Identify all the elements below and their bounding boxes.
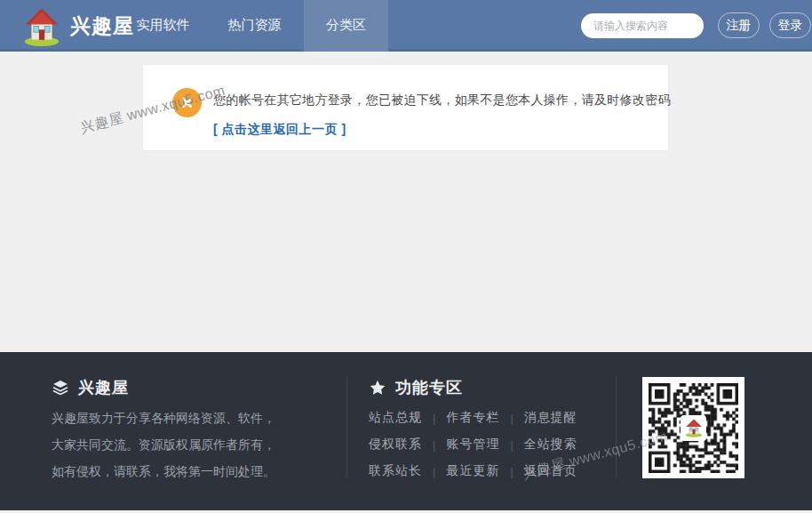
nav-item-software[interactable]: 实用软件: [121, 0, 205, 52]
page: 兴趣屋 实用软件 热门资源 分类区 注册 登录 您的帐号在其它地: [0, 0, 812, 513]
footer-features-heading: 功能专区: [369, 377, 577, 398]
footer-link-site-search[interactable]: 全站搜索: [524, 437, 577, 453]
qr-code: [642, 377, 744, 478]
footer-about-section: 兴趣屋 兴趣屋致力于分享各种网络资源、软件， 大家共同交流。资源版权属原作者所有…: [52, 377, 318, 485]
nav-item-categories[interactable]: 分类区: [304, 0, 388, 52]
separator: |: [510, 465, 513, 478]
footer-link-account-management[interactable]: 账号管理: [446, 437, 499, 453]
footer-about-line: 兴趣屋致力于分享各种网络资源、软件，: [52, 405, 318, 431]
register-button[interactable]: 注册: [718, 12, 760, 38]
back-link[interactable]: [ 点击这里返回上一页 ]: [213, 122, 346, 138]
header: 兴趣屋 实用软件 热门资源 分类区 注册 登录: [0, 0, 812, 52]
error-x-icon: [172, 88, 202, 117]
separator: |: [510, 438, 513, 452]
footer-about-title: 兴趣屋: [78, 377, 129, 398]
footer-link-author-column[interactable]: 作者专栏: [446, 410, 499, 426]
search-box: [581, 13, 704, 38]
separator: |: [510, 412, 513, 425]
footer-link-infringement-contact[interactable]: 侵权联系: [369, 437, 422, 453]
brand[interactable]: 兴趣屋: [21, 4, 134, 47]
footer-features-title: 功能专区: [395, 377, 463, 398]
nav-item-hot-resources[interactable]: 热门资源: [212, 0, 297, 52]
footer-link-contact-webmaster[interactable]: 联系站长: [369, 463, 422, 479]
site-logo-house-icon: [21, 5, 62, 47]
main-nav: 实用软件 热门资源 分类区: [121, 0, 395, 52]
footer-links-row: 站点总规 | 作者专栏 | 消息提醒: [369, 405, 577, 431]
separator: |: [433, 438, 435, 452]
footer-link-recent-updates[interactable]: 最近更新: [446, 463, 499, 479]
separator: |: [433, 412, 435, 425]
search-input[interactable]: [581, 20, 735, 32]
separator: |: [433, 465, 435, 478]
layers-icon: [52, 379, 69, 397]
login-button[interactable]: 登录: [769, 12, 811, 38]
footer-about-line: 大家共同交流。资源版权属原作者所有，: [52, 431, 318, 458]
footer-divider: [346, 377, 347, 477]
footer-divider: [616, 377, 617, 477]
footer-link-back-home[interactable]: 返回首页: [524, 463, 577, 479]
content-area: 您的帐号在其它地方登录，您已被迫下线，如果不是您本人操作，请及时修改密码 [ 点…: [0, 52, 812, 352]
qr-center-house-icon: [681, 415, 706, 441]
star-icon: [369, 379, 386, 397]
footer-features-section: 功能专区 站点总规 | 作者专栏 | 消息提醒 侵权联系 | 账号管理 | 全站…: [369, 377, 577, 485]
footer-about-heading: 兴趣屋: [52, 377, 318, 398]
footer-about-line: 如有侵权，请联系，我将第一时间处理。: [52, 458, 318, 485]
footer: 兴趣屋 兴趣屋致力于分享各种网络资源、软件， 大家共同交流。资源版权属原作者所有…: [0, 352, 812, 510]
notice-card: 您的帐号在其它地方登录，您已被迫下线，如果不是您本人操作，请及时修改密码 [ 点…: [142, 64, 669, 151]
footer-link-message-alerts[interactable]: 消息提醒: [524, 410, 577, 426]
footer-link-site-rules[interactable]: 站点总规: [369, 410, 422, 426]
notice-message: 您的帐号在其它地方登录，您已被迫下线，如果不是您本人操作，请及时修改密码: [213, 92, 671, 108]
footer-links-row: 侵权联系 | 账号管理 | 全站搜索: [369, 431, 577, 458]
footer-links-row: 联系站长 | 最近更新 | 返回首页: [369, 458, 577, 485]
